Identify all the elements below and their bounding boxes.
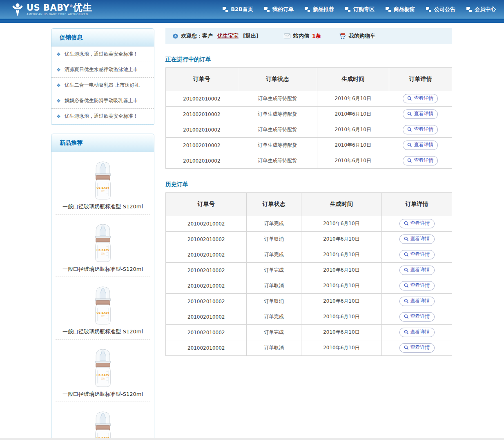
order-row: 201002010002订单取消2010年6月10日查看详情: [166, 294, 452, 309]
blocks-icon: [345, 7, 350, 12]
order-status: 订单完成: [247, 309, 301, 325]
magnifier-icon: [407, 158, 412, 163]
view-detail-button[interactable]: 查看详情: [403, 141, 438, 150]
inbox-count[interactable]: 1条: [312, 32, 321, 40]
view-detail-label: 查看详情: [410, 267, 430, 273]
view-detail-button[interactable]: 查看详情: [399, 297, 435, 306]
order-status: 订单取消: [247, 340, 301, 356]
view-detail-button[interactable]: 查看详情: [399, 312, 435, 322]
column-header: 生成时间: [301, 193, 382, 216]
product-item[interactable]: US BABY 优生 一般口径玻璃奶瓶标准型-S120ml: [51, 214, 154, 277]
order-date: 2010年6月10日: [317, 122, 389, 138]
product-name: 一般口径玻璃奶瓶标准型-S120ml: [51, 201, 154, 214]
order-detail-cell: 查看详情: [389, 153, 452, 169]
nav-item-new-products[interactable]: 新品推荐: [305, 6, 334, 13]
order-row: 201002010002订单取消2010年6月10日查看详情: [166, 232, 452, 247]
view-detail-button[interactable]: 查看详情: [403, 125, 438, 134]
baby-bottle-image: US BABY 优生: [51, 218, 154, 264]
view-detail-button[interactable]: 查看详情: [403, 109, 438, 119]
promo-item[interactable]: ❖清凉夏日优生水感律动游泳池上市: [51, 62, 154, 78]
order-detail-cell: 查看详情: [382, 216, 452, 232]
history-orders-table: 订单号订单状态生成时间订单详情 201002010002订单完成2010年6月1…: [165, 192, 452, 356]
order-status: 订单完成: [247, 263, 301, 278]
product-name: 一般口径玻璃奶瓶标准型-S120ml: [51, 264, 154, 277]
order-date: 2010年6月10日: [301, 294, 382, 309]
order-date: 2010年6月10日: [301, 309, 382, 325]
order-row: 201002010002订单完成2010年6月10日查看详情: [166, 325, 452, 340]
view-detail-label: 查看详情: [414, 157, 433, 164]
logout-link[interactable]: [退出]: [243, 32, 259, 40]
nav-item-company-news[interactable]: 公司公告: [426, 6, 455, 13]
promo-item[interactable]: ❖优生二合一电动吸乳器 上市送好礼: [51, 78, 154, 93]
order-number: 201002010002: [166, 232, 247, 247]
product-item[interactable]: US BABY 优生 一般口径玻璃奶瓶标准型-S120ml: [51, 152, 154, 214]
promo-item[interactable]: ❖优生游泳池，通过欧美安全标准！: [51, 47, 154, 62]
promo-item[interactable]: ❖优生游泳池，通过欧美安全标准！: [51, 109, 154, 124]
order-date: 2010年6月10日: [301, 263, 382, 278]
view-detail-button[interactable]: 查看详情: [403, 156, 438, 165]
promo-item[interactable]: ❖妈妈必备优生防滑手动吸乳器上市: [51, 93, 154, 109]
order-number: 201002010002: [166, 153, 238, 169]
svg-text:US BABY: US BABY: [96, 249, 109, 252]
product-item[interactable]: US BABY 优生 一般口径玻璃奶瓶标准型-S120ml: [51, 339, 154, 402]
inbox-link[interactable]: 站内信: [293, 32, 309, 40]
order-number: 201002010002: [166, 107, 238, 122]
view-detail-button[interactable]: 查看详情: [399, 266, 435, 275]
promo-item-label: 妈妈必备优生防滑手动吸乳器上市: [65, 97, 138, 104]
order-detail-cell: 查看详情: [382, 232, 452, 247]
baby-bottle-image: US BABY 优生: [51, 405, 154, 440]
nav-item-my-orders[interactable]: 我的订单: [264, 6, 294, 13]
product-item[interactable]: US BABY 优生 一般口径玻璃奶瓶标准型-S120ml: [51, 402, 154, 440]
order-number: 201002010002: [166, 122, 238, 138]
diamond-icon: ❖: [56, 114, 61, 119]
nav-item-order-zone[interactable]: 订购专区: [345, 6, 375, 13]
order-row: 201002010002订单完成2010年6月10日查看详情: [166, 309, 452, 325]
brand-logo[interactable]: US BABY®优生 AMERICAN US BABY CORP. AUTHOR…: [11, 2, 92, 16]
magnifier-icon: [404, 330, 409, 335]
order-row: 201002010002订单生成等待配货2010年6月10日查看详情: [166, 122, 452, 138]
blocks-icon: [223, 7, 228, 12]
order-row: 201002010002订单完成2010年6月10日查看详情: [166, 263, 452, 278]
view-detail-button[interactable]: 查看详情: [399, 281, 435, 290]
nav-item-b2b-home[interactable]: B2B首页: [223, 6, 253, 13]
cart-link[interactable]: 我的购物车: [349, 32, 375, 40]
column-header: 订单状态: [247, 193, 301, 216]
top-header: US BABY®优生 AMERICAN US BABY CORP. AUTHOR…: [0, 0, 504, 19]
magnifier-icon: [404, 345, 409, 350]
nav-item-product-showcase[interactable]: 商品橱窗: [386, 6, 415, 13]
current-orders-table: 订单号订单状态生成时间订单详情 201002010002订单生成等待配货2010…: [165, 67, 452, 169]
nav-item-label: 新品推荐: [313, 6, 334, 13]
order-row: 201002010002订单完成2010年6月10日查看详情: [166, 216, 452, 232]
order-status: 订单完成: [247, 325, 301, 340]
order-date: 2010年6月10日: [317, 91, 389, 107]
blocks-icon: [264, 7, 270, 12]
view-detail-button[interactable]: 查看详情: [399, 235, 435, 244]
column-header: 生成时间: [317, 68, 389, 91]
view-detail-button[interactable]: 查看详情: [399, 343, 435, 353]
view-detail-label: 查看详情: [414, 142, 433, 148]
username-link[interactable]: 优生宝宝: [217, 32, 239, 40]
order-status: 订单生成等待配货: [238, 138, 317, 153]
order-status: 订单生成等待配货: [238, 153, 317, 169]
diamond-icon: ❖: [56, 83, 61, 88]
view-detail-button[interactable]: 查看详情: [399, 328, 435, 337]
nav-item-member-center[interactable]: 会员中心: [466, 6, 496, 13]
view-detail-button[interactable]: 查看详情: [399, 219, 435, 228]
order-row: 201002010002订单生成等待配货2010年6月10日查看详情: [166, 138, 452, 153]
product-item[interactable]: US BABY 优生 一般口径玻璃奶瓶标准型-S120ml: [51, 277, 154, 339]
order-number: 201002010002: [166, 263, 247, 278]
view-detail-button[interactable]: 查看详情: [403, 94, 438, 103]
page-container: 促销信息 ❖优生游泳池，通过欧美安全标准！❖清凉夏日优生水感律动游泳池上市❖优生…: [51, 28, 452, 440]
magnifier-icon: [404, 268, 409, 272]
view-detail-button[interactable]: 查看详情: [399, 250, 435, 259]
view-detail-label: 查看详情: [410, 344, 430, 351]
order-row: 201002010002订单生成等待配货2010年6月10日查看详情: [166, 107, 452, 122]
magnifier-icon: [404, 221, 409, 226]
order-date: 2010年6月10日: [301, 340, 382, 356]
order-number: 201002010002: [166, 340, 247, 356]
order-date: 2010年6月10日: [301, 232, 382, 247]
baby-bottle-image: US BABY 优生: [51, 343, 154, 389]
column-header: 订单详情: [382, 193, 452, 216]
order-number: 201002010002: [166, 278, 247, 294]
magnifier-icon: [404, 237, 409, 241]
